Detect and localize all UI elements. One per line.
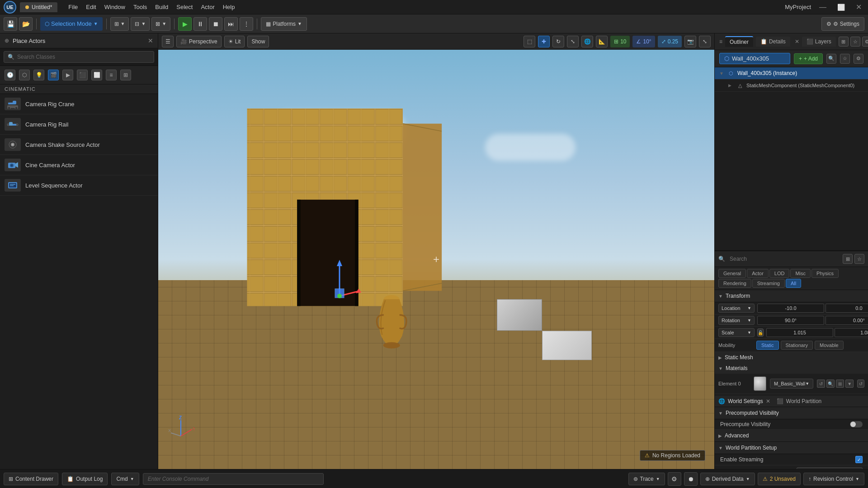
category-extra-icon[interactable]: ⊞ xyxy=(120,70,131,80)
save-button[interactable]: 💾 xyxy=(4,17,17,31)
tab-rendering[interactable]: Rendering xyxy=(718,279,751,288)
outliner-bookmark-button[interactable]: ☆ xyxy=(850,37,860,47)
location-button[interactable]: Location ▼ xyxy=(718,304,755,313)
enable-streaming-checkbox[interactable]: ✓ xyxy=(855,456,863,463)
category-all-icon[interactable]: ≡ xyxy=(106,70,117,80)
material-name-button[interactable]: M_Basic_Wall ▼ xyxy=(770,379,813,389)
camera-button[interactable]: ⊠ ▼ xyxy=(151,17,170,31)
perspective-button[interactable]: 🎥 Perspective xyxy=(176,36,222,47)
precomputed-visibility-header[interactable]: ▼ Precomputed Visibility xyxy=(715,407,868,419)
trace-record-button[interactable]: ⏺ xyxy=(684,472,698,486)
camera-speed-button[interactable]: 📷 xyxy=(684,36,696,47)
viewport-menu-button[interactable]: ☰ xyxy=(162,36,174,47)
platforms-button[interactable]: ▦ Platforms ▼ xyxy=(261,17,307,31)
material-browse-button[interactable]: ↺ xyxy=(817,380,825,388)
play-button[interactable]: ▶ xyxy=(178,17,192,31)
mobility-movable-button[interactable]: Movable xyxy=(815,341,844,350)
tab-all[interactable]: All xyxy=(786,279,801,288)
category-lights-icon[interactable]: 💡 xyxy=(33,70,44,80)
scale-y-input[interactable] xyxy=(835,328,868,337)
trace-button[interactable]: ⊚ Trace ▼ xyxy=(628,473,665,485)
outliner-settings-button[interactable]: ⚙ xyxy=(862,37,868,47)
menu-edit[interactable]: Edit xyxy=(82,2,99,12)
select-tool-button[interactable]: ⬚ xyxy=(524,36,535,47)
menu-select[interactable]: Select xyxy=(173,2,196,12)
world-partition-setup-header[interactable]: ▼ World Partition Setup xyxy=(715,442,868,454)
static-mesh-section-header[interactable]: ▶ Static Mesh xyxy=(715,352,868,363)
category-volumes-icon[interactable]: ⬜ xyxy=(91,70,102,80)
outliner-grid-view-button[interactable]: ⊞ xyxy=(839,37,849,47)
snap-button[interactable]: ⊟ ▼ xyxy=(131,17,150,31)
trace-settings-button[interactable]: ⚙ xyxy=(668,472,681,486)
details-star-button[interactable]: ☆ xyxy=(854,254,864,264)
output-log-button[interactable]: 📋 Output Log xyxy=(62,473,108,485)
tab-general[interactable]: General xyxy=(718,269,746,278)
details-search-input[interactable] xyxy=(727,254,841,264)
rotation-y-input[interactable] xyxy=(826,316,868,325)
scale-lock-button[interactable]: 🔓 xyxy=(757,328,764,337)
stop-button[interactable]: ⏹ xyxy=(209,17,222,31)
category-geometry-icon[interactable]: ⬛ xyxy=(77,70,88,80)
menu-tools[interactable]: Tools xyxy=(130,2,151,12)
actor-search-button[interactable]: 🔍 xyxy=(826,54,836,64)
tab-streaming[interactable]: Streaming xyxy=(752,279,785,288)
move-tool-button[interactable]: ✚ xyxy=(538,36,550,47)
runtime-hash-dropdown[interactable]: WorldPartitionRuntimes ▼ xyxy=(797,467,863,469)
category-cinematic-icon[interactable]: 🎬 xyxy=(48,70,59,80)
material-reset-button[interactable]: ↺ xyxy=(857,380,864,388)
details-grid-button[interactable]: ⊞ xyxy=(843,254,853,264)
transform-button[interactable]: ⊞ ▼ xyxy=(110,17,129,31)
menu-build[interactable]: Build xyxy=(151,2,172,12)
outliner-row-wall-instance[interactable]: ▼ ⬡ Wall_400x305 (Instance) xyxy=(715,67,868,80)
tab-outliner[interactable]: Outliner xyxy=(725,36,753,47)
tab-physics[interactable]: Physics xyxy=(811,269,839,278)
tab-misc[interactable]: Misc xyxy=(790,269,811,278)
search-classes-input[interactable] xyxy=(17,52,150,62)
mobility-stationary-button[interactable]: Stationary xyxy=(781,341,813,350)
actor-cine-camera[interactable]: Cine Camera Actor xyxy=(0,155,158,175)
world-partition-title[interactable]: World Partition xyxy=(786,398,821,404)
menu-file[interactable]: File xyxy=(65,2,81,12)
show-button[interactable]: Show xyxy=(247,36,269,47)
actor-camera-shake-source[interactable]: Camera Shake Source Actor xyxy=(0,135,158,155)
skip-button[interactable]: ⏭ xyxy=(224,17,238,31)
material-more-button[interactable]: ▼ xyxy=(845,380,854,388)
win-minimize[interactable]: — xyxy=(816,2,829,12)
outliner-row-static-mesh-component[interactable]: ▶ △ StaticMeshComponent (StaticMeshCompo… xyxy=(715,80,868,92)
tab-actor[interactable]: Actor xyxy=(747,269,769,278)
rotation-button[interactable]: Rotation ▼ xyxy=(718,316,755,325)
world-settings-close[interactable]: ✕ xyxy=(766,398,770,404)
mobility-static-button[interactable]: Static xyxy=(756,341,779,350)
actor-level-sequence[interactable]: Level Sequence Actor xyxy=(0,175,158,196)
advanced-section-header[interactable]: ▶ Advanced xyxy=(715,430,868,442)
angle-snap-button[interactable]: ∠ 10° xyxy=(632,36,655,47)
surface-snap-button[interactable]: 📐 xyxy=(596,36,608,47)
transform-section-header[interactable]: ▼ Transform xyxy=(715,290,868,302)
scale-snap-button[interactable]: ⤢ 0.25 xyxy=(658,36,682,47)
material-open-button[interactable]: ⊞ xyxy=(836,380,844,388)
pause-button[interactable]: ⏸ xyxy=(193,17,207,31)
derived-data-button[interactable]: ⊕ Derived Data ▼ xyxy=(700,473,755,485)
details-close-icon[interactable]: ✕ xyxy=(795,38,799,45)
panel-close-button[interactable]: ✕ xyxy=(148,37,153,44)
win-close[interactable]: ✕ xyxy=(853,2,864,12)
tab-lod[interactable]: LOD xyxy=(769,269,790,278)
open-button[interactable]: 📂 xyxy=(19,17,33,31)
unsaved-button[interactable]: ⚠ 2 Unsaved xyxy=(758,473,801,485)
lit-button[interactable]: ☀ Lit xyxy=(224,36,245,47)
menu-actor[interactable]: Actor xyxy=(197,2,218,12)
more-button[interactable]: ⋮ xyxy=(240,17,253,31)
material-find-button[interactable]: 🔍 xyxy=(826,380,835,388)
tab-untitled[interactable]: Untitled* xyxy=(20,2,57,12)
category-recent-icon[interactable]: 🕐 xyxy=(5,70,15,80)
tab-details[interactable]: 📋 Details xyxy=(756,37,790,47)
actor-camera-rig-crane[interactable]: Camera Rig Crane xyxy=(0,94,158,114)
world-local-button[interactable]: 🌐 xyxy=(581,36,593,47)
location-y-input[interactable] xyxy=(826,304,868,313)
tab-layers[interactable]: ⬛ Layers xyxy=(802,37,836,47)
location-x-input[interactable] xyxy=(757,304,824,313)
cmd-button[interactable]: Cmd ▼ xyxy=(111,473,139,485)
scale-x-input[interactable] xyxy=(766,328,833,337)
precompute-visibility-toggle[interactable] xyxy=(850,421,863,427)
scale-button[interactable]: Scale ▼ xyxy=(718,328,755,337)
